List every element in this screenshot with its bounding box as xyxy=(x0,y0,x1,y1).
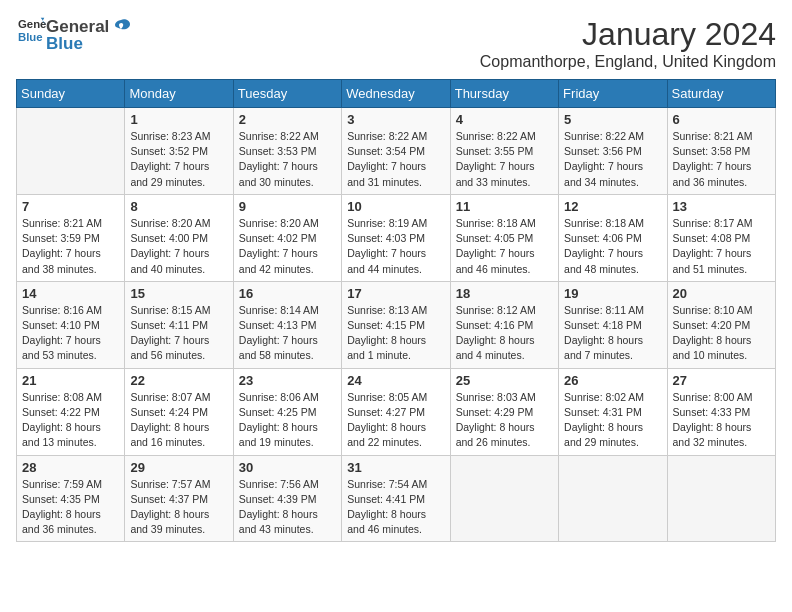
calendar-cell: 14Sunrise: 8:16 AM Sunset: 4:10 PM Dayli… xyxy=(17,281,125,368)
day-info: Sunrise: 8:08 AM Sunset: 4:22 PM Dayligh… xyxy=(22,390,119,451)
calendar-cell xyxy=(559,455,667,542)
calendar-cell: 22Sunrise: 8:07 AM Sunset: 4:24 PM Dayli… xyxy=(125,368,233,455)
logo-blue: Blue xyxy=(46,34,83,54)
logo-icon: General Blue xyxy=(18,16,46,44)
calendar-table: SundayMondayTuesdayWednesdayThursdayFrid… xyxy=(16,79,776,542)
day-info: Sunrise: 8:18 AM Sunset: 4:06 PM Dayligh… xyxy=(564,216,661,277)
logo-bird-icon xyxy=(110,16,132,38)
calendar-cell: 1Sunrise: 8:23 AM Sunset: 3:52 PM Daylig… xyxy=(125,108,233,195)
day-number: 10 xyxy=(347,199,444,214)
weekday-header-thursday: Thursday xyxy=(450,80,558,108)
calendar-cell: 13Sunrise: 8:17 AM Sunset: 4:08 PM Dayli… xyxy=(667,194,775,281)
location-title: Copmanthorpe, England, United Kingdom xyxy=(480,53,776,71)
calendar-cell: 31Sunrise: 7:54 AM Sunset: 4:41 PM Dayli… xyxy=(342,455,450,542)
day-number: 14 xyxy=(22,286,119,301)
calendar-cell: 28Sunrise: 7:59 AM Sunset: 4:35 PM Dayli… xyxy=(17,455,125,542)
day-number: 29 xyxy=(130,460,227,475)
day-number: 23 xyxy=(239,373,336,388)
day-info: Sunrise: 8:10 AM Sunset: 4:20 PM Dayligh… xyxy=(673,303,770,364)
calendar-cell: 24Sunrise: 8:05 AM Sunset: 4:27 PM Dayli… xyxy=(342,368,450,455)
day-info: Sunrise: 8:11 AM Sunset: 4:18 PM Dayligh… xyxy=(564,303,661,364)
day-info: Sunrise: 8:07 AM Sunset: 4:24 PM Dayligh… xyxy=(130,390,227,451)
day-info: Sunrise: 7:57 AM Sunset: 4:37 PM Dayligh… xyxy=(130,477,227,538)
weekday-header-monday: Monday xyxy=(125,80,233,108)
calendar-cell: 20Sunrise: 8:10 AM Sunset: 4:20 PM Dayli… xyxy=(667,281,775,368)
month-title: January 2024 xyxy=(480,16,776,53)
logo-text-block: General Blue xyxy=(46,16,132,54)
calendar-cell: 29Sunrise: 7:57 AM Sunset: 4:37 PM Dayli… xyxy=(125,455,233,542)
day-info: Sunrise: 8:00 AM Sunset: 4:33 PM Dayligh… xyxy=(673,390,770,451)
weekday-header-friday: Friday xyxy=(559,80,667,108)
day-number: 7 xyxy=(22,199,119,214)
day-number: 2 xyxy=(239,112,336,127)
day-number: 24 xyxy=(347,373,444,388)
calendar-cell: 21Sunrise: 8:08 AM Sunset: 4:22 PM Dayli… xyxy=(17,368,125,455)
svg-text:Blue: Blue xyxy=(18,31,43,43)
day-info: Sunrise: 8:23 AM Sunset: 3:52 PM Dayligh… xyxy=(130,129,227,190)
calendar-cell: 3Sunrise: 8:22 AM Sunset: 3:54 PM Daylig… xyxy=(342,108,450,195)
calendar-cell: 8Sunrise: 8:20 AM Sunset: 4:00 PM Daylig… xyxy=(125,194,233,281)
day-number: 30 xyxy=(239,460,336,475)
calendar-header: SundayMondayTuesdayWednesdayThursdayFrid… xyxy=(17,80,776,108)
weekday-header-tuesday: Tuesday xyxy=(233,80,341,108)
calendar-cell: 6Sunrise: 8:21 AM Sunset: 3:58 PM Daylig… xyxy=(667,108,775,195)
calendar-cell: 30Sunrise: 7:56 AM Sunset: 4:39 PM Dayli… xyxy=(233,455,341,542)
calendar-cell: 7Sunrise: 8:21 AM Sunset: 3:59 PM Daylig… xyxy=(17,194,125,281)
day-info: Sunrise: 8:21 AM Sunset: 3:59 PM Dayligh… xyxy=(22,216,119,277)
calendar-body: 1Sunrise: 8:23 AM Sunset: 3:52 PM Daylig… xyxy=(17,108,776,542)
calendar-cell: 15Sunrise: 8:15 AM Sunset: 4:11 PM Dayli… xyxy=(125,281,233,368)
day-info: Sunrise: 8:02 AM Sunset: 4:31 PM Dayligh… xyxy=(564,390,661,451)
calendar-cell: 16Sunrise: 8:14 AM Sunset: 4:13 PM Dayli… xyxy=(233,281,341,368)
calendar-cell: 19Sunrise: 8:11 AM Sunset: 4:18 PM Dayli… xyxy=(559,281,667,368)
calendar-cell: 11Sunrise: 8:18 AM Sunset: 4:05 PM Dayli… xyxy=(450,194,558,281)
day-number: 1 xyxy=(130,112,227,127)
calendar-cell xyxy=(667,455,775,542)
day-info: Sunrise: 8:22 AM Sunset: 3:56 PM Dayligh… xyxy=(564,129,661,190)
day-number: 11 xyxy=(456,199,553,214)
calendar-cell: 9Sunrise: 8:20 AM Sunset: 4:02 PM Daylig… xyxy=(233,194,341,281)
day-info: Sunrise: 8:05 AM Sunset: 4:27 PM Dayligh… xyxy=(347,390,444,451)
day-info: Sunrise: 8:17 AM Sunset: 4:08 PM Dayligh… xyxy=(673,216,770,277)
day-number: 28 xyxy=(22,460,119,475)
day-info: Sunrise: 8:13 AM Sunset: 4:15 PM Dayligh… xyxy=(347,303,444,364)
day-info: Sunrise: 8:21 AM Sunset: 3:58 PM Dayligh… xyxy=(673,129,770,190)
day-number: 22 xyxy=(130,373,227,388)
calendar-cell: 5Sunrise: 8:22 AM Sunset: 3:56 PM Daylig… xyxy=(559,108,667,195)
calendar-week-5: 28Sunrise: 7:59 AM Sunset: 4:35 PM Dayli… xyxy=(17,455,776,542)
day-info: Sunrise: 8:22 AM Sunset: 3:55 PM Dayligh… xyxy=(456,129,553,190)
day-number: 9 xyxy=(239,199,336,214)
logo: General Blue xyxy=(16,16,46,48)
calendar-cell: 25Sunrise: 8:03 AM Sunset: 4:29 PM Dayli… xyxy=(450,368,558,455)
day-info: Sunrise: 8:19 AM Sunset: 4:03 PM Dayligh… xyxy=(347,216,444,277)
calendar-cell: 10Sunrise: 8:19 AM Sunset: 4:03 PM Dayli… xyxy=(342,194,450,281)
calendar-cell: 17Sunrise: 8:13 AM Sunset: 4:15 PM Dayli… xyxy=(342,281,450,368)
day-number: 25 xyxy=(456,373,553,388)
day-info: Sunrise: 8:03 AM Sunset: 4:29 PM Dayligh… xyxy=(456,390,553,451)
day-number: 16 xyxy=(239,286,336,301)
day-info: Sunrise: 8:20 AM Sunset: 4:00 PM Dayligh… xyxy=(130,216,227,277)
weekday-header-wednesday: Wednesday xyxy=(342,80,450,108)
day-info: Sunrise: 8:22 AM Sunset: 3:54 PM Dayligh… xyxy=(347,129,444,190)
title-area: January 2024 Copmanthorpe, England, Unit… xyxy=(480,16,776,71)
calendar-week-2: 7Sunrise: 8:21 AM Sunset: 3:59 PM Daylig… xyxy=(17,194,776,281)
calendar-cell: 27Sunrise: 8:00 AM Sunset: 4:33 PM Dayli… xyxy=(667,368,775,455)
svg-text:General: General xyxy=(18,18,46,30)
calendar-cell: 26Sunrise: 8:02 AM Sunset: 4:31 PM Dayli… xyxy=(559,368,667,455)
day-info: Sunrise: 7:59 AM Sunset: 4:35 PM Dayligh… xyxy=(22,477,119,538)
day-number: 21 xyxy=(22,373,119,388)
calendar-cell: 18Sunrise: 8:12 AM Sunset: 4:16 PM Dayli… xyxy=(450,281,558,368)
day-info: Sunrise: 8:15 AM Sunset: 4:11 PM Dayligh… xyxy=(130,303,227,364)
day-number: 17 xyxy=(347,286,444,301)
day-info: Sunrise: 7:56 AM Sunset: 4:39 PM Dayligh… xyxy=(239,477,336,538)
day-info: Sunrise: 8:14 AM Sunset: 4:13 PM Dayligh… xyxy=(239,303,336,364)
day-number: 18 xyxy=(456,286,553,301)
weekday-header-sunday: Sunday xyxy=(17,80,125,108)
day-number: 4 xyxy=(456,112,553,127)
calendar-cell: 12Sunrise: 8:18 AM Sunset: 4:06 PM Dayli… xyxy=(559,194,667,281)
day-number: 31 xyxy=(347,460,444,475)
day-number: 3 xyxy=(347,112,444,127)
calendar-cell: 4Sunrise: 8:22 AM Sunset: 3:55 PM Daylig… xyxy=(450,108,558,195)
calendar-cell: 2Sunrise: 8:22 AM Sunset: 3:53 PM Daylig… xyxy=(233,108,341,195)
weekday-header-row: SundayMondayTuesdayWednesdayThursdayFrid… xyxy=(17,80,776,108)
day-info: Sunrise: 8:16 AM Sunset: 4:10 PM Dayligh… xyxy=(22,303,119,364)
